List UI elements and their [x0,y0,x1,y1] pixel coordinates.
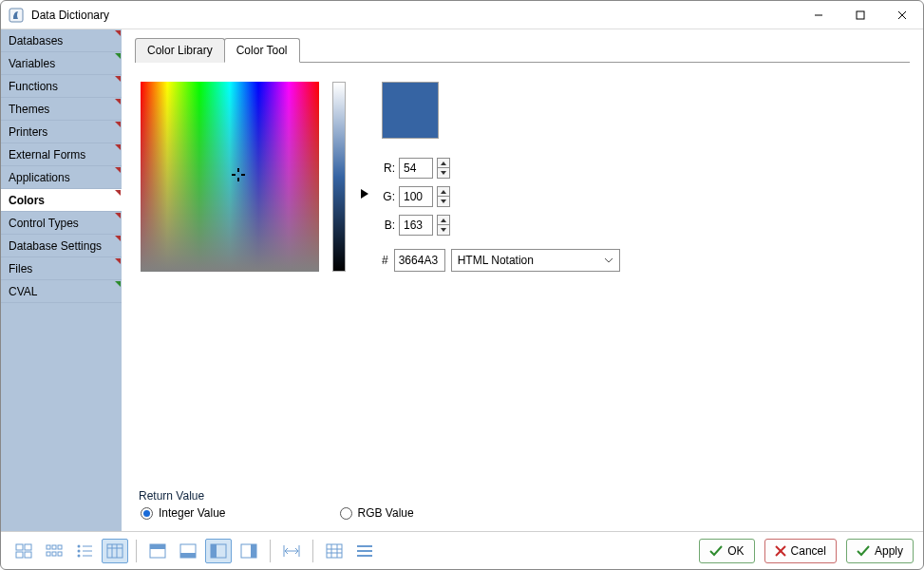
view-list[interactable] [71,539,98,563]
sidebar-item-databases[interactable]: Databases [1,29,122,52]
svg-rect-12 [25,544,31,550]
return-value-label: Return Value [139,489,910,503]
minimize-button[interactable] [798,1,839,28]
titlebar: Data Dictionary [1,1,923,29]
main-panel: Color LibraryColor Tool R: [122,29,923,531]
r-spin-down[interactable] [437,168,450,179]
view-details[interactable] [102,539,128,563]
sidebar-item-label: Files [9,262,32,276]
layout-left[interactable] [205,539,232,563]
radio-integer-label: Integer Value [159,506,226,520]
g-input[interactable] [399,186,433,207]
tab-color-library[interactable]: Color Library [135,38,225,63]
color-swatch [382,82,439,139]
svg-rect-19 [52,552,56,556]
sidebar-corner-icon [115,281,121,287]
b-spin-down[interactable] [437,225,450,236]
return-value-group: Return Value Integer Value RGB Value [139,489,910,522]
sidebar-item-applications[interactable]: Applications [1,166,122,189]
svg-rect-13 [16,552,23,558]
view-icons-small[interactable] [41,539,67,563]
sidebar-item-colors[interactable]: Colors [1,189,122,212]
cancel-label: Cancel [791,544,826,558]
sidebar-corner-icon [115,122,121,127]
svg-rect-27 [107,544,123,558]
svg-marker-5 [441,162,446,165]
svg-marker-8 [441,200,446,203]
check-icon [857,545,870,557]
svg-rect-32 [150,544,165,549]
b-spin-up[interactable] [437,215,450,225]
sidebar: DatabasesVariablesFunctionsThemesPrinter… [1,29,122,531]
sidebar-item-functions[interactable]: Functions [1,75,122,98]
radio-dot-icon [141,507,153,520]
svg-rect-14 [25,552,31,558]
g-label: G: [382,190,395,203]
tab-color-tool[interactable]: Color Tool [224,38,300,63]
lightness-strip[interactable] [332,82,346,272]
layout-right[interactable] [236,539,262,563]
toolbar-separator [270,540,271,562]
r-input[interactable] [399,158,433,179]
r-spin-up[interactable] [437,158,450,168]
g-spin-down[interactable] [437,197,450,207]
sidebar-corner-icon [115,167,121,173]
sidebar-item-label: Colors [9,194,45,207]
b-label: B: [382,218,395,232]
lightness-arrow-icon [361,189,368,199]
color-spectrum[interactable] [141,82,319,272]
sidebar-corner-icon [115,213,121,218]
maximize-button[interactable] [839,1,881,28]
ok-button[interactable]: OK [699,539,754,563]
hash-label: # [382,254,388,267]
close-button[interactable] [881,1,923,28]
svg-marker-7 [441,190,446,194]
lightness-strip-wrap [332,82,346,272]
svg-rect-2 [857,11,864,19]
svg-rect-34 [180,553,196,558]
spectrum-crosshair [232,168,245,181]
sidebar-item-label: CVAL [9,285,37,298]
ok-label: OK [727,544,744,558]
svg-rect-42 [327,544,342,558]
view-icons-large[interactable] [10,539,37,563]
toolbar-separator [136,540,137,562]
layout-top[interactable] [144,539,171,563]
sidebar-item-database-settings[interactable]: Database Settings [1,235,122,257]
grid-view[interactable] [321,539,348,563]
rows-view[interactable] [351,539,378,563]
fit-width[interactable] [278,539,305,563]
layout-bottom[interactable] [175,539,201,563]
radio-rgb-value[interactable]: RGB Value [340,506,414,520]
hex-input[interactable] [394,249,445,272]
apply-button[interactable]: Apply [846,539,914,563]
x-icon [775,545,786,557]
svg-rect-15 [47,545,50,549]
sidebar-corner-icon [115,258,121,264]
sidebar-item-files[interactable]: Files [1,257,122,280]
radio-integer-value[interactable]: Integer Value [141,506,226,520]
sidebar-item-label: Database Settings [9,239,102,253]
sidebar-item-external-forms[interactable]: External Forms [1,143,122,166]
sidebar-item-label: Variables [9,57,55,70]
svg-rect-38 [251,544,256,558]
svg-marker-9 [441,218,446,222]
sidebar-item-variables[interactable]: Variables [1,52,122,75]
sidebar-corner-icon [115,99,121,104]
notation-select-value: HTML Notation [458,254,534,267]
color-fields: R: G: B: [382,82,620,272]
cancel-button[interactable]: Cancel [764,539,837,563]
radio-dot-icon [340,507,352,520]
sidebar-item-printers[interactable]: Printers [1,121,122,143]
sidebar-item-themes[interactable]: Themes [1,98,122,121]
apply-label: Apply [875,544,903,558]
check-icon [709,545,723,557]
app-icon [9,8,24,23]
svg-point-21 [78,544,81,547]
svg-point-23 [78,549,81,552]
g-spin-up[interactable] [437,186,450,197]
b-input[interactable] [399,215,433,236]
sidebar-item-cval[interactable]: CVAL [1,280,122,303]
notation-select[interactable]: HTML Notation [451,249,620,272]
sidebar-item-control-types[interactable]: Control Types [1,212,122,235]
